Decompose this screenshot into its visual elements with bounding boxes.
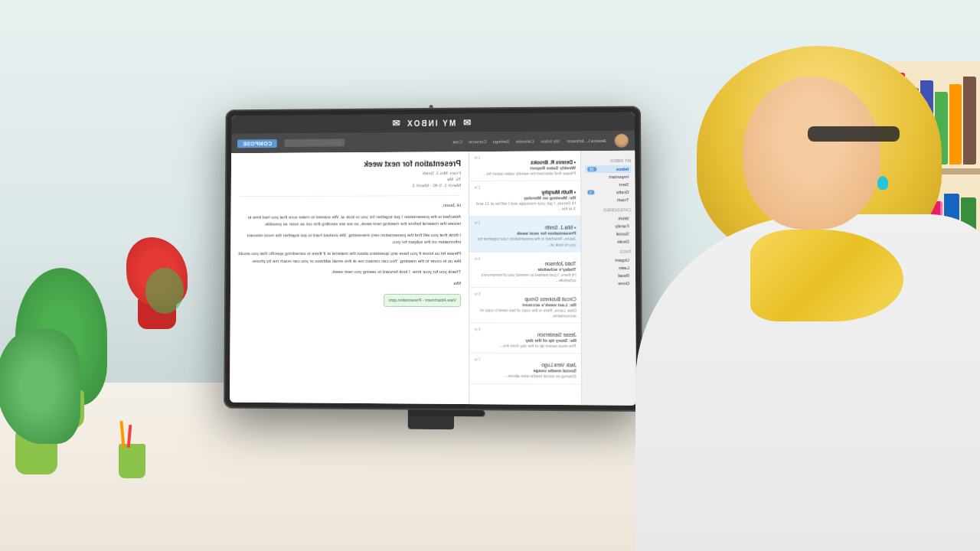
- nav-chat[interactable]: Chat: [452, 139, 462, 144]
- monitor-wrapper: ✉ MY INBOX ✉ Jessica L. Johnson My Inbox…: [224, 106, 642, 431]
- email-item-2[interactable]: 3 hr • Mia J. Smith Presentation for nex…: [469, 217, 580, 253]
- plant-desk: [15, 432, 57, 474]
- monitor-outer: ✉ MY INBOX ✉ Jessica L. Johnson My Inbox…: [224, 106, 642, 411]
- email-preview-5: The most recent tip of the day from the.…: [474, 344, 577, 350]
- email-preview-2: Jason, Attached is the presentation I pu…: [474, 236, 576, 248]
- preview-header: Presentation for next week From: Mia J. …: [239, 159, 462, 197]
- email-subject-0: Weekly Sales Report: [474, 165, 576, 171]
- email-sender-6: Jack Vera Lugo: [474, 362, 577, 368]
- email-preview-pane: Presentation for next week From: Mia J. …: [230, 152, 469, 404]
- email-item-0[interactable]: 1 hr • Dennis R. Brooks Weekly Sales Rep…: [469, 151, 580, 181]
- email-item-6[interactable]: 7 hr Jack Vera Lugo Social media usage S…: [469, 354, 581, 384]
- inbox-count: 15: [587, 167, 596, 171]
- desk-plant-leaves: [0, 329, 80, 444]
- email-sender-3: Todd Johnson: [474, 261, 576, 266]
- email-body: My Inbox Inbox 15 Important Sent Drafts: [230, 151, 636, 406]
- webcam: [429, 105, 433, 109]
- nav-contacts[interactable]: Contacts: [469, 139, 487, 144]
- email-subject-4: Re: Last week's account: [474, 302, 576, 307]
- preview-para-4: Thank you for your time. I look forward …: [238, 269, 461, 276]
- email-item-4[interactable]: 5 hr Circuit Business Group Re: Last wee…: [469, 288, 581, 324]
- mail-icon: ✉: [462, 117, 471, 128]
- green-leaves: [145, 268, 184, 314]
- app-title: MY INBOX: [406, 119, 456, 127]
- email-subject-3: Today's schedule: [474, 267, 576, 272]
- email-sender-2: • Mia J. Smith: [474, 225, 576, 230]
- monitor-screen: ✉ MY INBOX ✉ Jessica L. Johnson My Inbox…: [230, 112, 636, 406]
- email-item-5[interactable]: 6 hr Jesse Sanderson Re: Story tip of th…: [469, 324, 581, 354]
- earring: [877, 176, 888, 190]
- email-sender-0: • Dennis R. Brooks: [474, 159, 576, 165]
- email-preview-1: Hi Dennis, I got your message and I will…: [474, 201, 576, 213]
- email-subject-2: Presentation for next week: [474, 231, 576, 236]
- email-list: 1 hr • Dennis R. Brooks Weekly Sales Rep…: [469, 151, 581, 405]
- preview-date: March 1, 5:40 - March 3: [239, 183, 461, 188]
- glasses-frame: [808, 126, 900, 142]
- person-overlay: [612, 0, 980, 551]
- email-sender-5: Jesse Sanderson: [474, 332, 577, 338]
- preview-para-1: Attached is the presentation I put toget…: [238, 214, 461, 229]
- nav-links: My Inbox Calendar Settings Contacts Chat: [352, 139, 559, 145]
- head: [743, 77, 880, 230]
- email-subject-6: Social media usage: [474, 368, 577, 373]
- email-preview-4: Dear Laura, Here is the copy of last wee…: [474, 308, 577, 319]
- mail-icon-2: ✉: [390, 118, 400, 129]
- monitor-stand: [407, 409, 453, 429]
- drafts-count: 3: [587, 190, 594, 194]
- nav-calendar[interactable]: Calendar: [515, 139, 534, 144]
- plant-red: [138, 298, 176, 329]
- email-preview-3: Hi there, I just wanted to remind you of…: [474, 272, 576, 283]
- preview-para-5: Mia: [238, 280, 461, 288]
- preview-body: Hi Jason, Attached is the presentation I…: [238, 202, 461, 307]
- pencil-cup: [119, 444, 145, 478]
- preview-para-3: Please let us know if you have any quest…: [238, 250, 461, 265]
- email-preview-6: Sharing on social media sites above...: [474, 373, 577, 380]
- email-app: ✉ MY INBOX ✉ Jessica L. Johnson My Inbox…: [230, 112, 636, 406]
- nav-settings[interactable]: Settings: [493, 139, 510, 144]
- compose-button[interactable]: COMPOSE: [237, 139, 277, 148]
- email-subject-1: Re: Meeting on Monday: [474, 196, 576, 201]
- email-item-3[interactable]: 4 hr Todd Johnson Today's schedule Hi th…: [469, 253, 581, 289]
- nav-username: Jessica L. Johnson: [567, 139, 607, 143]
- preview-from: From: Mia J. Smith: [239, 171, 461, 177]
- search-input[interactable]: [285, 139, 345, 146]
- attachment-link[interactable]: View Attachment - Presentation.pptx: [384, 294, 462, 307]
- email-item-1[interactable]: 2 hr • Ruth Murphy Re: Meeting on Monday…: [469, 181, 580, 217]
- preview-para-2: I think that you will find the presentat…: [238, 232, 461, 247]
- email-preview-0: Please find attached the weekly sales re…: [474, 171, 576, 177]
- email-sender-4: Circuit Business Group: [474, 296, 576, 302]
- preview-to: To: Me: [239, 177, 461, 182]
- nav-myinbox[interactable]: My Inbox: [541, 139, 560, 143]
- email-sender-1: • Ruth Murphy: [474, 190, 576, 196]
- email-nav-bar: Jessica L. Johnson My Inbox Calendar Set…: [231, 131, 635, 154]
- preview-para-0: Hi Jason,: [238, 202, 461, 210]
- email-subject-5: Re: Story tip of the day: [474, 338, 577, 344]
- preview-subject: Presentation for next week: [239, 159, 461, 169]
